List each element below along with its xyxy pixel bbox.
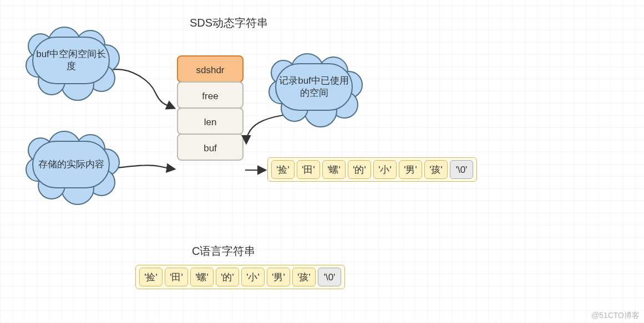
arrow-buf-desc	[112, 165, 174, 169]
char-cell: '捡'	[139, 268, 163, 286]
char-cell: '田'	[165, 268, 188, 286]
arrow-len	[246, 115, 283, 143]
char-cell: '孩'	[292, 268, 316, 286]
c-char-array: '捡' '田' '螺' '的' '小' '男' '孩' '\0'	[135, 265, 345, 289]
cloud-len: 记录buf中已使用的空间	[275, 63, 353, 111]
char-cell: '螺'	[322, 160, 346, 179]
sds-char-array: '捡' '田' '螺' '的' '小' '男' '孩' '\0'	[267, 157, 477, 182]
arrow-free	[111, 69, 174, 108]
char-terminator: '\0'	[318, 268, 341, 286]
char-cell: '小'	[241, 268, 265, 286]
cloud-buf: 存储的实际内容	[32, 141, 110, 188]
char-cell: '的'	[348, 160, 371, 179]
cloud-free-text: buf中空闲空间长度	[33, 48, 109, 73]
char-cell: '小'	[373, 160, 397, 179]
char-cell: '捡'	[271, 160, 295, 179]
sds-title: SDS动态字符串	[190, 16, 268, 30]
c-title: C语言字符串	[192, 244, 255, 259]
struct-buf-cell: buf	[177, 134, 244, 161]
cloud-buf-text: 存储的实际内容	[38, 158, 104, 171]
char-cell: '螺'	[190, 268, 214, 286]
char-cell: '孩'	[424, 160, 448, 179]
watermark: @51CTO博客	[591, 311, 640, 321]
cloud-len-text: 记录buf中已使用的空间	[276, 75, 352, 99]
struct-len-cell: len	[177, 107, 244, 135]
cloud-free: buf中空闲空间长度	[32, 37, 110, 84]
struct-free-cell: free	[177, 81, 244, 109]
char-cell: '男'	[399, 160, 422, 179]
char-cell: '男'	[267, 268, 290, 286]
sds-struct: sdshdr free len buf	[177, 55, 244, 161]
char-cell: '田'	[297, 160, 320, 179]
char-terminator: '\0'	[450, 160, 473, 179]
char-cell: '的'	[216, 268, 239, 286]
struct-head-cell: sdshdr	[177, 55, 244, 83]
